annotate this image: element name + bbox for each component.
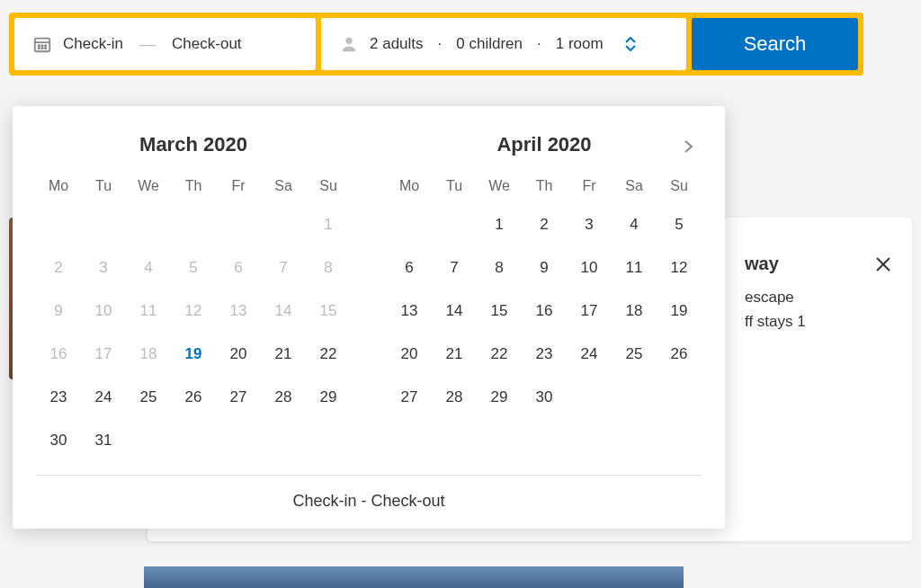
calendar-day[interactable]: 30	[36, 428, 81, 453]
datepicker: March 2020 MoTuWeThFrSaSu123456789101112…	[13, 106, 725, 529]
calendar-day[interactable]: 21	[261, 342, 306, 367]
calendar-day: 9	[36, 298, 81, 324]
calendar-day[interactable]: 20	[387, 342, 432, 367]
weekday-label: Sa	[612, 178, 657, 194]
weekday-label: Tu	[81, 178, 126, 194]
dates-field[interactable]: Check-in — Check-out	[14, 18, 316, 70]
weekday-label: Sa	[261, 178, 306, 194]
calendar-month-left: March 2020 MoTuWeThFrSaSu123456789101112…	[36, 133, 351, 453]
calendar-day[interactable]: 2	[522, 212, 567, 237]
svg-point-6	[41, 48, 42, 49]
calendar-day[interactable]: 24	[81, 385, 126, 410]
datepicker-footer: Check-in - Check-out	[36, 475, 702, 511]
weekday-label: Su	[306, 178, 351, 194]
svg-point-4	[45, 45, 46, 46]
calendar-day: 18	[126, 342, 171, 367]
calendar-day: 10	[81, 298, 126, 324]
promo-line1: escape	[745, 285, 890, 309]
weekday-label: Mo	[36, 178, 81, 194]
weekday-label: Tu	[432, 178, 477, 194]
guests-rooms: 1 room	[556, 35, 604, 53]
search-button-label: Search	[744, 32, 807, 56]
calendar-day[interactable]: 24	[567, 342, 612, 367]
svg-point-3	[41, 45, 42, 46]
calendar-day[interactable]: 26	[171, 385, 216, 410]
svg-point-5	[39, 48, 40, 49]
calendar-day[interactable]: 4	[612, 212, 657, 237]
calendar-icon	[32, 34, 52, 54]
calendar-day[interactable]: 29	[306, 385, 351, 410]
calendar-day[interactable]: 7	[432, 255, 477, 281]
calendar-day[interactable]: 15	[477, 298, 522, 324]
dot-separator: ·	[438, 35, 443, 53]
calendar-day[interactable]: 13	[387, 298, 432, 324]
calendar-day: 1	[306, 212, 351, 237]
calendar-day[interactable]: 28	[261, 385, 306, 410]
month-title: March 2020	[36, 133, 351, 156]
calendar-day: 11	[126, 298, 171, 324]
promo-close-button[interactable]	[872, 254, 894, 279]
calendar-day[interactable]: 19	[657, 298, 702, 324]
calendar-day[interactable]: 5	[657, 212, 702, 237]
calendar-day[interactable]: 27	[216, 385, 261, 410]
calendar-day[interactable]: 20	[216, 342, 261, 367]
month-title: April 2020	[387, 133, 702, 156]
calendar-day[interactable]: 27	[387, 385, 432, 410]
weekday-label: We	[126, 178, 171, 194]
weekday-label: Fr	[567, 178, 612, 194]
calendar-day: 6	[216, 255, 261, 281]
calendar-day[interactable]: 29	[477, 385, 522, 410]
searchbar: Check-in — Check-out 2 adults · 0 childr…	[9, 13, 863, 76]
calendar-day[interactable]: 8	[477, 255, 522, 281]
weekday-label: We	[477, 178, 522, 194]
datepicker-months: March 2020 MoTuWeThFrSaSu123456789101112…	[36, 133, 702, 453]
calendar-day[interactable]: 17	[567, 298, 612, 324]
calendar-day: 8	[306, 255, 351, 281]
calendar-day[interactable]: 26	[657, 342, 702, 367]
weekday-label: Su	[657, 178, 702, 194]
person-icon	[339, 34, 359, 54]
calendar-day[interactable]: 9	[522, 255, 567, 281]
calendar-day: 4	[126, 255, 171, 281]
guests-adults: 2 adults	[370, 35, 424, 53]
calendar-day[interactable]: 18	[612, 298, 657, 324]
calendar-day[interactable]: 21	[432, 342, 477, 367]
calendar-day[interactable]: 23	[36, 385, 81, 410]
calendar-day: 7	[261, 255, 306, 281]
search-button[interactable]: Search	[692, 18, 858, 70]
calendar-day[interactable]: 3	[567, 212, 612, 237]
next-month-button[interactable]	[675, 133, 702, 160]
calendar-day[interactable]: 30	[522, 385, 567, 410]
guests-children: 0 children	[456, 35, 523, 53]
calendar-day[interactable]: 10	[567, 255, 612, 281]
calendar-day[interactable]: 12	[657, 255, 702, 281]
calendar-day[interactable]: 19	[171, 342, 216, 367]
calendar-day: 5	[171, 255, 216, 281]
calendar-day[interactable]: 23	[522, 342, 567, 367]
calendar-day[interactable]: 16	[522, 298, 567, 324]
weekday-label: Fr	[216, 178, 261, 194]
calendar-day: 3	[81, 255, 126, 281]
calendar-day[interactable]: 22	[306, 342, 351, 367]
calendar-day[interactable]: 28	[432, 385, 477, 410]
calendar-day: 13	[216, 298, 261, 324]
calendar-day[interactable]: 22	[477, 342, 522, 367]
calendar-day[interactable]: 6	[387, 255, 432, 281]
calendar-day[interactable]: 31	[81, 428, 126, 453]
promo-title: way	[745, 254, 779, 273]
dot-separator: ·	[537, 35, 541, 53]
guests-field[interactable]: 2 adults · 0 children · 1 room	[321, 18, 686, 70]
calendar-day[interactable]: 1	[477, 212, 522, 237]
checkin-label: Check-in	[63, 35, 123, 53]
calendar-day[interactable]: 25	[126, 385, 171, 410]
calendar-month-right: April 2020 MoTuWeThFrSaSu123456789101112…	[387, 133, 702, 453]
calendar-day: 12	[171, 298, 216, 324]
calendar-day: 14	[261, 298, 306, 324]
weekday-label: Th	[171, 178, 216, 194]
dash-separator: —	[139, 35, 156, 54]
svg-point-8	[345, 38, 352, 44]
calendar-day[interactable]: 11	[612, 255, 657, 281]
calendar-day[interactable]: 14	[432, 298, 477, 324]
svg-point-7	[45, 48, 46, 49]
calendar-day[interactable]: 25	[612, 342, 657, 367]
